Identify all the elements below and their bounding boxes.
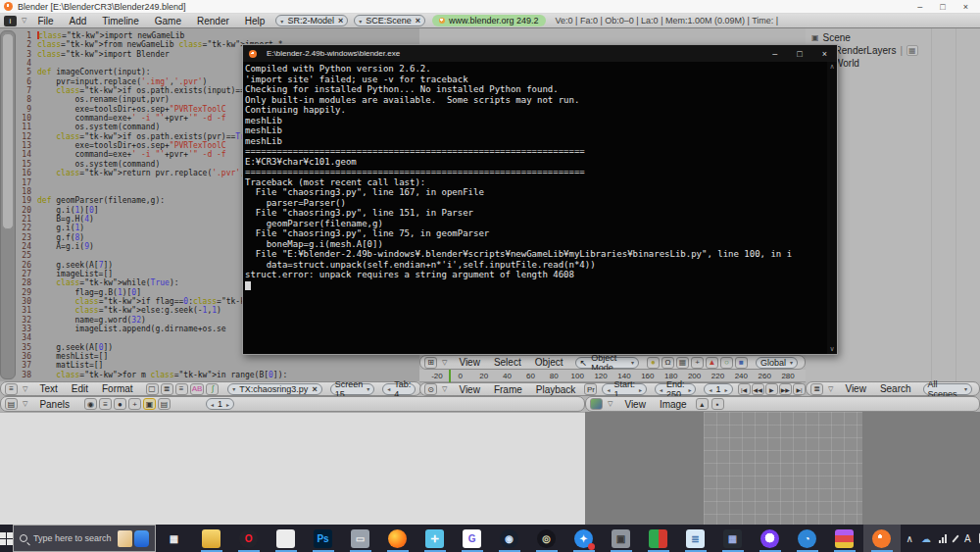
network-signal-icon[interactable] [939,534,947,543]
playback-button-0[interactable]: |◀ [738,383,751,395]
console-titlebar[interactable]: E:\blender-2.49b-windows\blender.exe – □… [243,45,837,62]
end-frame-field[interactable]: ◂ End: 250 ▸ [655,383,697,395]
close-icon[interactable]: × [338,16,343,25]
playback-button-4[interactable]: ▶| [793,383,806,395]
ime-language-indicator[interactable]: A [964,533,971,544]
menu-help[interactable]: Help [237,16,273,26]
syntax-highlight-icon[interactable]: AB [190,383,205,395]
outliner-menu-search[interactable]: Search [873,383,918,394]
draw-type-icon[interactable]: ● [647,357,660,369]
console-minimize-button[interactable]: – [772,49,777,59]
blue-circle-app-button[interactable]: ◔ [789,525,826,552]
preview-range-button[interactable]: Pr [584,383,597,395]
text-editor-scrollbar[interactable] [0,30,16,379]
github-button[interactable] [752,525,789,552]
console-scrollbar[interactable]: ∧ ∨ [827,62,837,354]
close-icon[interactable]: × [416,16,420,25]
playback-button-3[interactable]: ▶▶ [779,383,792,395]
stepper-left-icon[interactable]: ◂ [607,386,610,393]
editor-type-outliner-icon[interactable]: ≣ [810,383,823,395]
playback-button-1[interactable]: ◀◀ [752,383,764,395]
editor-type-buttons-icon[interactable]: ▤ [5,398,18,410]
console-close-button[interactable]: × [822,49,827,59]
scrollbar-thumb[interactable] [2,33,14,229]
menu-file[interactable]: File [29,16,61,26]
task-view-button[interactable]: ▦ [156,525,193,552]
console-window[interactable]: E:\blender-2.49b-windows\blender.exe – □… [242,44,838,355]
text-datablock-field[interactable]: ▾ TX:chaosring3.py × [227,383,321,395]
menu-game[interactable]: Game [147,16,189,26]
view3d-menu-object[interactable]: Object [528,357,570,368]
word-wrap-icon[interactable]: ≡ [175,383,188,395]
search-highlight-journal-icon[interactable] [118,530,132,547]
logic-buttons-icon[interactable]: ◉ [84,398,97,410]
panels-menu[interactable]: Panels [32,399,76,410]
winrar-button[interactable] [826,525,863,552]
collapse-arrow-icon[interactable]: ▽ [442,385,447,393]
current-frame-field[interactable]: ◂ 1 ▸ [704,383,732,395]
stepper-left-icon[interactable]: ◂ [211,401,214,408]
white-notes-button[interactable] [268,525,305,552]
timeline-menu-playback[interactable]: Playback [529,384,583,395]
outliner-badge-icon[interactable]: ▦ [906,45,918,56]
mode-selector[interactable]: ↖ Object Mode ▾ [575,357,639,369]
firefox-button[interactable] [379,525,416,552]
minimize-button[interactable]: – [917,2,922,12]
buttons-window-area[interactable] [0,412,585,525]
image-pin-icon[interactable]: ▪ [711,398,724,410]
stepper-right-icon[interactable]: ▸ [725,386,728,393]
search-highlight-widget-icon[interactable] [134,530,149,547]
editor-type-timeline-icon[interactable]: ⊙ [424,383,437,395]
collapse-arrow-icon[interactable]: ▽ [828,385,833,393]
collapse-arrow-icon[interactable]: ▽ [442,359,447,367]
stepper-left-icon[interactable]: ◂ [660,386,662,393]
text-plugins-icon[interactable]: ∫ [206,383,219,395]
scroll-up-icon[interactable]: ∧ [829,63,834,71]
timeline-menu-view[interactable]: View [452,384,487,395]
grey-app-button[interactable]: ▭ [342,525,379,552]
translate-manipulator-icon[interactable]: ▲ [706,357,718,369]
screen-lines-field[interactable]: Screen 15 ▾ [330,383,375,395]
taskbar-search-input[interactable]: Type here to search [13,525,156,552]
image-editor-area[interactable] [585,412,980,525]
image-viewer-app-button[interactable]: ▦ [714,525,752,552]
text-menu-format[interactable]: Format [95,383,140,394]
timeline-menu-frame[interactable]: Frame [487,384,529,395]
collapse-arrow-icon[interactable]: ▽ [23,385,27,393]
script-buttons-icon[interactable]: ≡ [99,398,112,410]
collapse-arrow-icon[interactable]: ▽ [22,17,26,25]
maximize-button[interactable]: □ [940,2,945,12]
close-button[interactable]: × [963,2,968,12]
onedrive-cloud-icon[interactable]: ☁ [921,533,931,544]
orientation-selector[interactable]: Global ▾ [756,357,798,369]
window-type-icon[interactable]: i [4,16,17,26]
text-menu-edit[interactable]: Edit [65,383,95,394]
editing-buttons-icon[interactable]: ▣ [143,398,156,410]
view3d-menu-select[interactable]: Select [487,357,528,368]
text-menu-text[interactable]: Text [32,383,64,394]
tray-chevron-up-icon[interactable]: ∧ [906,533,913,544]
view3d-menu-view[interactable]: View [452,357,487,368]
rotate-manipulator-icon[interactable]: ○ [720,357,733,369]
stepper-left-icon[interactable]: ◂ [709,386,711,393]
outliner-menu-view[interactable]: View [838,383,873,394]
manipulator-hand-icon[interactable]: + [691,357,704,369]
object-buttons-icon[interactable]: + [128,398,141,410]
file-explorer-button[interactable] [193,525,230,552]
tab-size-field[interactable]: ◂ Tab: 4 [382,383,416,395]
start-button[interactable] [0,525,13,552]
buttons-frame-field[interactable]: ◂ 1 ▸ [206,398,234,410]
start-frame-field[interactable]: ◂ Start: 1 ▸ [602,383,647,395]
playback-button-2[interactable]: ▶ [765,383,778,395]
stepper-right-icon[interactable]: ▸ [639,386,642,393]
image-home-icon[interactable]: ▴ [696,398,709,410]
collapse-arrow-icon[interactable]: ▽ [23,400,27,408]
green-red-app-button[interactable] [640,525,677,552]
ppsspp-button[interactable]: ✛ [416,525,454,552]
image-menu-view[interactable]: View [617,399,653,410]
console-maximize-button[interactable]: □ [797,49,802,59]
photoshop-button[interactable]: Ps [305,525,342,552]
layers-icon[interactable]: ▦ [676,357,689,369]
pen-icon[interactable] [952,534,958,542]
shading-buttons-icon[interactable]: ● [114,398,126,410]
